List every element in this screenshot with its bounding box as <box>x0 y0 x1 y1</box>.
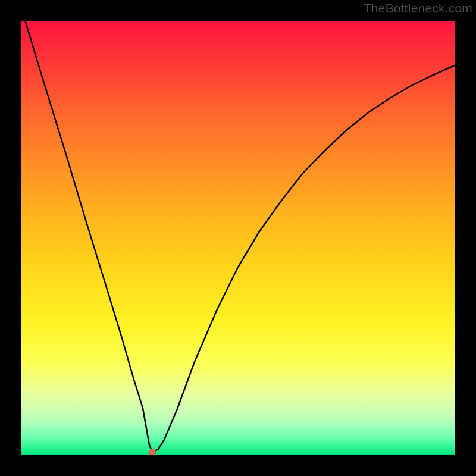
chart-frame: TheBottleneck.com <box>0 0 476 476</box>
min-marker-icon <box>149 449 156 455</box>
plot-area <box>21 21 455 455</box>
watermark-text: TheBottleneck.com <box>364 1 472 15</box>
bottleneck-curve <box>21 21 455 452</box>
curve-layer <box>21 21 455 455</box>
